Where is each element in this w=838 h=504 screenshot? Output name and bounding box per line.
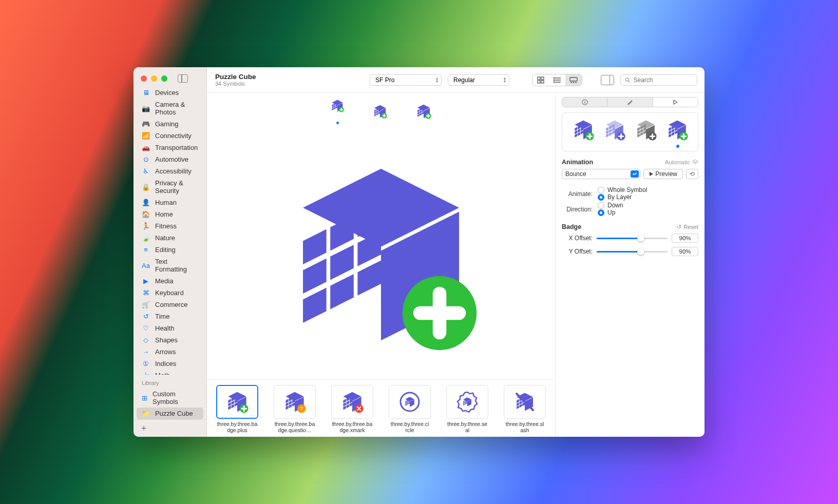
variant-monochrome[interactable] <box>635 119 657 141</box>
variant-multicolor[interactable] <box>573 119 594 141</box>
category-label: Devices <box>155 89 179 96</box>
y-offset-value[interactable]: 90% <box>672 247 698 256</box>
category-label: Gaming <box>155 120 179 128</box>
badge-header-label: Badge <box>562 223 581 230</box>
inspector-tab-animation[interactable] <box>653 98 698 107</box>
page-title: Puzzle Cube <box>215 73 256 81</box>
badge-reset-button[interactable]: ↺ Reset <box>677 224 698 230</box>
animation-effect-select[interactable]: Bounce ▴▾ <box>562 169 640 179</box>
sidebar-category-time[interactable]: ↺Time <box>137 311 203 322</box>
symbol-thumbnails[interactable]: three.by.three.badge.plus ? three.by.thr… <box>207 379 555 437</box>
sidebar-category-math[interactable]: √xMath <box>137 370 203 375</box>
category-icon: 🏠 <box>142 210 150 218</box>
play-icon <box>673 100 678 105</box>
zoom-window-button[interactable] <box>161 75 167 82</box>
library-item-custom-symbols[interactable]: ⊞Custom Symbols <box>137 388 203 408</box>
page-subtitle: 34 Symbols <box>215 81 256 87</box>
inspector-tab-appearance[interactable] <box>607 98 653 107</box>
sidebar-category-human[interactable]: 👤Human <box>137 197 203 208</box>
font-weight-value: Regular <box>453 76 475 84</box>
category-label: Camera & Photos <box>155 101 198 116</box>
play-icon <box>649 172 653 176</box>
sidebar-category-accessibility[interactable]: ♿︎Accessibility <box>137 165 203 177</box>
sidebar-category-connectivity[interactable]: 📶Connectivity <box>137 130 203 142</box>
paintbrush-icon <box>627 99 633 105</box>
sidebar-category-arrows[interactable]: →Arrows <box>137 346 203 358</box>
toggle-sidebar-button[interactable] <box>178 74 188 83</box>
library-item-puzzle-cube[interactable]: 📁Puzzle Cube <box>137 408 203 419</box>
svg-point-7 <box>554 77 555 79</box>
variant-palette[interactable] <box>666 119 688 141</box>
category-icon: ⌘ <box>142 289 150 297</box>
sidebar-category-automotive[interactable]: ⊙Automotive <box>137 153 203 165</box>
y-offset-label: Y Offset: <box>562 248 593 255</box>
sidebar-category-nature[interactable]: 🍃Nature <box>137 232 203 244</box>
sidebar-category-shapes[interactable]: ◇Shapes <box>137 334 203 346</box>
title-block: Puzzle Cube 34 Symbols <box>215 73 256 87</box>
info-icon <box>582 99 588 105</box>
font-family-select[interactable]: SF Pro ▴▾ <box>370 74 442 86</box>
loop-button[interactable]: ⟲ <box>686 169 698 179</box>
category-icon: 🔒 <box>142 183 150 191</box>
sidebar-category-keyboard[interactable]: ⌘Keyboard <box>137 287 203 299</box>
thumb-slash[interactable]: three.by.three.slash <box>502 385 548 437</box>
y-offset-slider[interactable] <box>597 251 668 253</box>
thumb-seal[interactable]: three.by.three.seal <box>444 385 490 437</box>
sidebar-category-health[interactable]: ♡Health <box>137 322 203 334</box>
search-field[interactable] <box>620 74 697 86</box>
close-window-button[interactable] <box>141 75 147 82</box>
sidebar-category-transportation[interactable]: 🚗Transportation <box>137 142 203 153</box>
sidebar-category-devices[interactable]: 🖥Devices <box>137 87 203 99</box>
layers-icon <box>692 159 698 165</box>
thumb-label: three.by.three.badge.plus <box>214 421 260 433</box>
category-icon: ♡ <box>142 324 150 332</box>
main-symbol-preview <box>207 130 555 379</box>
list-view-button[interactable] <box>549 74 565 86</box>
category-icon: 📶 <box>142 132 150 140</box>
sidebar-category-fitness[interactable]: 🏃Fitness <box>137 220 203 232</box>
sidebar-category-text-formatting[interactable]: AaText Formatting <box>137 256 203 275</box>
minimize-window-button[interactable] <box>151 75 157 82</box>
sidebar-category-home[interactable]: 🏠Home <box>137 208 203 220</box>
library-header: Library <box>134 375 206 388</box>
font-weight-select[interactable]: Regular ▴▾ <box>448 74 509 86</box>
sidebar-category-media[interactable]: ▶Media <box>137 275 203 287</box>
toolbar: Puzzle Cube 34 Symbols SF Pro ▴▾ Regular… <box>207 67 704 93</box>
x-offset-value[interactable]: 90% <box>672 234 698 243</box>
font-family-value: SF Pro <box>375 76 394 84</box>
inspector-tab-info[interactable] <box>562 98 607 107</box>
sidebar-category-camera-photos[interactable]: 📷Camera & Photos <box>137 99 203 118</box>
direction-option-down[interactable]: Down <box>598 202 698 209</box>
sidebar-category-gaming[interactable]: 🎮Gaming <box>137 118 203 130</box>
size-preview-small <box>331 99 344 112</box>
toggle-inspector-button[interactable] <box>601 75 614 85</box>
category-icon: 👤 <box>142 199 150 206</box>
thumb-box <box>504 385 546 419</box>
sidebar-category-commerce[interactable]: 🛒Commerce <box>137 299 203 311</box>
sidebar-category-indices[interactable]: ①Indices <box>137 358 203 370</box>
add-library-button[interactable]: ＋ <box>134 419 206 437</box>
gallery-view-button[interactable] <box>565 74 582 86</box>
thumb-xmark[interactable]: three.by.three.badge.xmark <box>329 385 375 437</box>
sidebar: 🖥Devices📷Camera & Photos🎮Gaming📶Connecti… <box>134 67 207 437</box>
animate-option-layer[interactable]: By Layer <box>598 193 698 201</box>
category-label: Accessibility <box>155 167 192 175</box>
animation-header-label: Animation <box>562 159 593 166</box>
animate-option-whole[interactable]: Whole Symbol <box>598 186 698 193</box>
preview-button[interactable]: Preview <box>643 169 683 179</box>
sidebar-category-editing[interactable]: ≡Editing <box>137 244 203 256</box>
category-icon: 🏃 <box>142 222 150 230</box>
thumb-plus[interactable]: three.by.three.badge.plus <box>214 385 260 437</box>
sidebar-category-privacy-security[interactable]: 🔒Privacy & Security <box>137 177 203 197</box>
main-area: Puzzle Cube 34 Symbols SF Pro ▴▾ Regular… <box>207 67 704 437</box>
variant-hierarchical[interactable] <box>604 119 625 141</box>
thumb-box <box>389 385 431 419</box>
category-label: Commerce <box>155 301 188 308</box>
grid-view-button[interactable] <box>532 74 549 86</box>
thumb-circle[interactable]: three.by.three.circle <box>387 385 433 437</box>
direction-option-up[interactable]: Up <box>598 209 698 216</box>
search-input[interactable] <box>634 76 693 84</box>
category-icon: ≡ <box>142 246 150 254</box>
thumb-question[interactable]: ? three.by.three.badge.questio… <box>272 385 318 437</box>
x-offset-slider[interactable] <box>597 238 668 239</box>
